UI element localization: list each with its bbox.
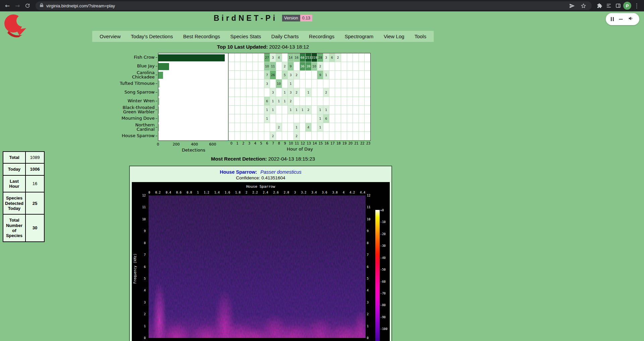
heatmap-cell xyxy=(240,71,246,79)
bookmark-star-icon[interactable] xyxy=(579,1,588,10)
spectrogram-noise-texture xyxy=(149,195,366,338)
address-bar[interactable]: virginia.birdnetpi.com/?stream=play xyxy=(36,1,592,10)
heatmap-cell xyxy=(234,132,240,140)
heatmap-cell: 2 xyxy=(287,97,293,106)
heatmap-cell: 7 xyxy=(264,71,270,79)
lock-icon xyxy=(40,3,44,9)
nav-item-tools[interactable]: Tools xyxy=(415,34,426,39)
hour-axis-tick: 11 xyxy=(294,141,300,145)
heatmap-cell xyxy=(353,88,359,97)
audio-player[interactable] xyxy=(606,13,639,25)
detections-bar xyxy=(158,72,163,79)
heatmap-cell xyxy=(276,114,282,123)
nav-item-view-log[interactable]: View Log xyxy=(384,34,404,39)
profile-avatar[interactable]: P xyxy=(623,2,631,10)
heatmap-cell xyxy=(258,71,264,79)
spec-x-tick: 1 xyxy=(197,191,199,194)
heatmap-cell xyxy=(323,79,329,88)
heatmap-cell xyxy=(364,114,370,123)
nav-item-overview[interactable]: Overview xyxy=(100,34,121,39)
spec-x-tick: 3.4 xyxy=(311,191,317,194)
forward-icon[interactable]: → xyxy=(13,1,22,10)
heatmap-cell xyxy=(329,132,335,140)
heatmap-cell xyxy=(359,114,365,123)
colorbar-tick: -90 xyxy=(380,316,386,319)
reload-icon[interactable] xyxy=(23,1,32,10)
heatmap-cell: 16 xyxy=(293,53,300,62)
heatmap-cell xyxy=(341,71,347,79)
spectrogram-y-ticks-left: 1211109876543210 xyxy=(140,195,146,340)
spec-y-tick: 4 xyxy=(367,289,373,292)
species-label: Northern Cardinal xyxy=(92,123,158,131)
heatmap-cell xyxy=(347,106,353,114)
heatmap-cell: 2 xyxy=(293,71,300,79)
spec-y-tick: 9 xyxy=(367,229,373,233)
heatmap-cell xyxy=(347,79,353,88)
nav-item-today-s-detections[interactable]: Today's Detections xyxy=(131,34,173,39)
heatmap-cell: 2 xyxy=(270,132,276,140)
nav-item-recordings[interactable]: Recordings xyxy=(309,34,334,39)
colorbar-tick: -50 xyxy=(380,268,386,271)
spec-x-tick: 4.2 xyxy=(350,191,355,194)
heatmap-cell xyxy=(305,114,311,123)
extensions-puzzle-icon[interactable] xyxy=(595,1,604,10)
heatmap-cell xyxy=(240,97,246,106)
heatmap-cell: 2 xyxy=(276,123,282,132)
nav-item-species-stats[interactable]: Species Stats xyxy=(230,34,261,39)
heatmap-cell xyxy=(329,62,335,71)
heatmap-cell xyxy=(258,97,264,106)
send-icon[interactable] xyxy=(568,1,576,10)
species-scientific-name-link[interactable]: Passer domesticus xyxy=(260,169,302,175)
heatmap-cell xyxy=(323,62,329,71)
heatmap-cell xyxy=(258,106,264,114)
stats-value-link[interactable]: 1006 xyxy=(25,163,44,175)
stats-label: Today xyxy=(3,163,25,175)
stats-value-link[interactable]: 30 xyxy=(25,214,44,241)
back-icon[interactable]: ← xyxy=(3,1,12,10)
heatmap-cell: 3 xyxy=(287,88,293,97)
heatmap-cell xyxy=(364,132,370,140)
heatmap-cell xyxy=(300,88,306,97)
heatmap-cell xyxy=(347,123,353,132)
heatmap-cell xyxy=(240,106,246,114)
species-common-name-link[interactable]: House Sparrow: xyxy=(220,169,257,175)
stats-row: Last Hour16 xyxy=(3,175,44,192)
top10-heading-value: 2022-04-13 18:12 xyxy=(269,44,309,50)
heatmap-cell: 14 xyxy=(287,53,293,62)
heatmap-cell xyxy=(329,79,335,88)
heatmap-cell xyxy=(287,114,293,123)
spec-y-tick: 3 xyxy=(367,301,373,304)
volume-icon[interactable] xyxy=(628,16,633,22)
heatmap-cell xyxy=(228,71,234,79)
side-panel-icon[interactable] xyxy=(614,1,623,10)
spec-x-tick: 0 xyxy=(149,191,150,194)
bar-row xyxy=(158,71,228,79)
stats-value-link[interactable]: 25 xyxy=(25,192,44,214)
species-labels-column: Fish CrowBlue JayCarolina ChickadeeTufte… xyxy=(92,53,158,140)
spec-y-tick: 5 xyxy=(367,277,373,280)
pause-icon[interactable] xyxy=(611,17,614,21)
heatmap-cell xyxy=(252,123,258,132)
heatmap-cell xyxy=(317,79,323,88)
nav-item-daily-charts[interactable]: Daily Charts xyxy=(271,34,299,39)
heatmap-cell xyxy=(287,132,293,140)
heatmap-cell xyxy=(335,79,341,88)
heatmap-cell xyxy=(234,62,240,71)
heatmap-cell: 3 xyxy=(323,53,329,62)
bar-row xyxy=(158,106,228,114)
heatmap-cell: 3 xyxy=(270,88,276,97)
spec-y-tick: 11 xyxy=(140,206,146,209)
nav-item-best-recordings[interactable]: Best Recordings xyxy=(183,34,220,39)
page-title: BirdNET-PiVersion0.13 xyxy=(92,14,434,23)
heatmap-cell: 27 xyxy=(264,53,270,62)
heatmap-cell: 9 xyxy=(317,71,323,79)
stats-label: Species Detected Today xyxy=(3,192,25,214)
hour-axis-tick: 3 xyxy=(246,141,252,145)
menu-kebab-icon[interactable]: ⋮ xyxy=(632,1,641,10)
tab-list-icon[interactable] xyxy=(604,1,613,10)
heatmap-cell xyxy=(240,123,246,132)
bar-row xyxy=(158,79,228,88)
bar-axis-label: Detections xyxy=(158,148,229,153)
nav-item-spectrogram[interactable]: Spectrogram xyxy=(344,34,373,39)
seek-bar[interactable] xyxy=(619,19,623,20)
